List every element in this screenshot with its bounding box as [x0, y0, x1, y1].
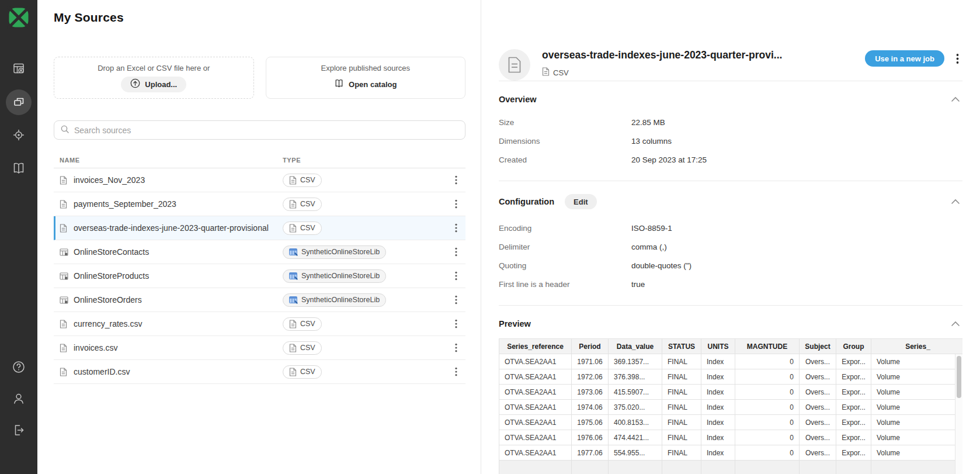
- preview-row: OTVA.SEA2AA11974.06375.020...FINALIndex0…: [499, 400, 963, 415]
- type-badge: CSV: [283, 317, 322, 331]
- type-badge-label: SyntheticOnlineStoreLib: [301, 272, 380, 280]
- upload-button[interactable]: Upload...: [121, 77, 186, 92]
- column-header-type: TYPE: [283, 157, 301, 164]
- preview-heading: Preview: [499, 319, 531, 328]
- row-menu-button[interactable]: [451, 365, 461, 379]
- preview-column-header: Group: [836, 339, 871, 354]
- preview-cell: Expor...: [836, 354, 871, 369]
- table-row[interactable]: overseas-trade-indexes-june-2023-quarter…: [54, 216, 465, 240]
- configuration-collapse-button[interactable]: [948, 196, 962, 207]
- detail-field-row: Size22.85 MB: [499, 113, 962, 132]
- preview-row: OTVA.SEA2AA11975.06400.8153...FINALIndex…: [499, 415, 963, 430]
- table-row[interactable]: invoices_Nov_2023CSV: [54, 168, 465, 192]
- preview-cell: 1974.06: [572, 400, 609, 415]
- table-row[interactable]: OnlineStoreProductsSyntheticOnlineStoreL…: [54, 264, 465, 288]
- table-row[interactable]: OnlineStoreContactsSyntheticOnlineStoreL…: [54, 240, 465, 264]
- row-menu-button[interactable]: [451, 197, 461, 211]
- preview-cell: FINAL: [662, 430, 701, 445]
- help-icon: [11, 359, 26, 376]
- table-row[interactable]: payments_September_2023CSV: [54, 192, 465, 216]
- preview-section: Preview Series_referencePeriodData_value…: [499, 305, 962, 474]
- row-menu-button[interactable]: [451, 173, 461, 187]
- detail-field-row: EncodingISO-8859-1: [499, 219, 962, 237]
- type-badge: CSV: [283, 174, 322, 187]
- table-row[interactable]: OnlineStoreOrdersSyntheticOnlineStoreLib: [54, 288, 465, 312]
- configuration-section: Configuration Edit EncodingISO-8859-1Del…: [499, 181, 962, 305]
- source-detail-panel: overseas-trade-indexes-june-2023-quarter…: [481, 0, 980, 474]
- preview-cell: 0: [735, 445, 800, 461]
- type-badge-label: CSV: [300, 176, 315, 184]
- search-input[interactable]: [74, 126, 459, 135]
- field-value: 22.85 MB: [631, 118, 665, 127]
- sources-panel: My Sources Drop an Excel or CSV file her…: [37, 0, 481, 474]
- file-icon: [289, 224, 297, 233]
- row-menu-button[interactable]: [451, 221, 461, 235]
- field-label: First line is a header: [499, 280, 631, 289]
- file-icon: [289, 344, 297, 352]
- row-menu-button[interactable]: [451, 341, 461, 355]
- catalog-card-text: Explore published sources: [321, 64, 410, 72]
- preview-cell: 376.398...: [609, 369, 662, 385]
- detail-field-row: Dimensions13 columns: [499, 132, 962, 150]
- sidebar-item-lineage[interactable]: [6, 123, 32, 148]
- file-icon: [289, 320, 297, 328]
- row-menu-button[interactable]: [451, 269, 461, 283]
- scrollbar-thumb[interactable]: [957, 356, 961, 398]
- preview-cell: 474.4421...: [609, 430, 662, 445]
- table-row[interactable]: invoices.csvCSV: [54, 336, 465, 360]
- search-box: [54, 120, 465, 140]
- preview-column-header: Period: [572, 339, 609, 354]
- field-value: ISO-8859-1: [631, 224, 672, 233]
- synthetic-lib-icon: [289, 296, 298, 304]
- preview-cell: Index: [701, 415, 735, 430]
- crosshair-icon: [12, 128, 26, 144]
- preview-column-header: Series_: [871, 339, 963, 354]
- synthetic-lib-icon: [289, 272, 298, 280]
- preview-column-header: STATUS: [662, 339, 701, 354]
- sidebar-item-datasets[interactable]: [6, 56, 32, 82]
- table-row[interactable]: customerID.csvCSV: [54, 360, 465, 384]
- edit-configuration-button[interactable]: Edit: [565, 194, 597, 209]
- preview-cell: Index: [701, 369, 735, 385]
- app-window: My Sources Drop an Excel or CSV file her…: [0, 0, 980, 474]
- preview-cell: 415.5907...: [609, 385, 662, 400]
- sidebar-item-sources[interactable]: [6, 89, 32, 115]
- preview-vertical-scrollbar[interactable]: [955, 354, 962, 474]
- overview-heading: Overview: [499, 95, 537, 104]
- detail-field-row: Delimitercomma (,): [499, 237, 962, 256]
- source-name: invoices.csv: [74, 343, 283, 352]
- detail-menu-button[interactable]: [953, 51, 962, 67]
- file-icon: [60, 176, 74, 185]
- type-badge: CSV: [283, 365, 322, 379]
- row-menu-button[interactable]: [451, 293, 461, 307]
- preview-cell: Expor...: [836, 400, 871, 415]
- file-icon: [289, 200, 297, 209]
- table-row[interactable]: currency_rates.csvCSV: [54, 312, 465, 336]
- preview-cell: [871, 461, 963, 474]
- overview-collapse-button[interactable]: [948, 94, 962, 105]
- source-name: OnlineStoreOrders: [74, 295, 283, 305]
- preview-cell: OTVA.SEA2AA1: [499, 369, 572, 385]
- open-catalog-label: Open catalog: [349, 80, 397, 89]
- catalog-book-icon: [12, 161, 26, 177]
- profile-button[interactable]: [6, 386, 32, 412]
- preview-cell: OTVA.SEA2AA1: [499, 415, 572, 430]
- preview-cell: 554.955...: [609, 445, 662, 461]
- row-menu-button[interactable]: [451, 317, 461, 331]
- preview-cell: Volume: [871, 354, 963, 369]
- open-catalog-button[interactable]: Open catalog: [325, 77, 406, 92]
- source-avatar: [499, 49, 530, 81]
- preview-cell: 1972.06: [572, 369, 609, 385]
- help-button[interactable]: [6, 355, 32, 380]
- preview-cell: Overs...: [800, 369, 836, 385]
- logout-button[interactable]: [6, 418, 32, 444]
- detail-field-row: First line is a headertrue: [499, 275, 962, 293]
- preview-cell: 0: [735, 354, 800, 369]
- sidebar-item-catalog[interactable]: [6, 156, 32, 182]
- file-icon: [60, 368, 74, 376]
- preview-collapse-button[interactable]: [948, 319, 962, 329]
- upload-dropzone[interactable]: Drop an Excel or CSV file here or Upload…: [54, 57, 254, 99]
- use-in-new-job-button[interactable]: Use in a new job: [865, 50, 944, 67]
- type-badge-label: CSV: [300, 224, 315, 232]
- row-menu-button[interactable]: [451, 245, 461, 259]
